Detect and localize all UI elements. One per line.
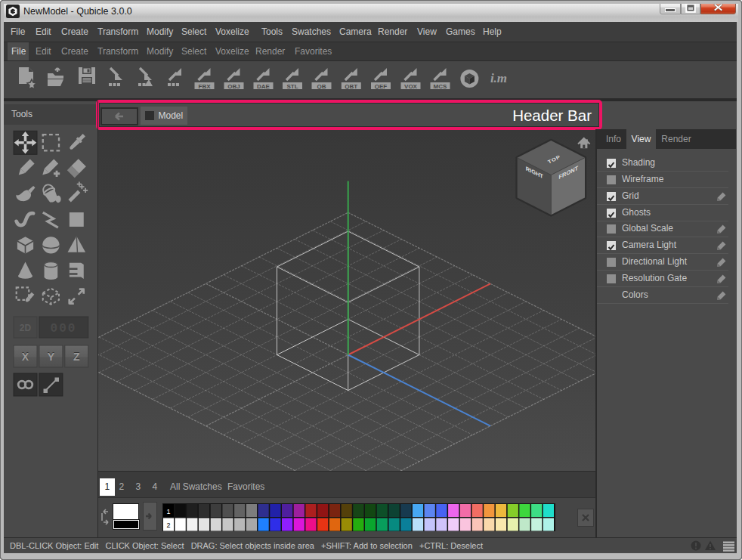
svg-text:FBX: FBX: [199, 83, 212, 90]
svg-text:i.m: i.m: [490, 71, 507, 85]
svg-text:1: 1: [166, 507, 170, 515]
svg-text:QEF: QEF: [375, 83, 388, 90]
svg-text:MCS: MCS: [434, 83, 447, 90]
svg-text:2D: 2D: [20, 323, 32, 333]
svg-text:QB: QB: [317, 83, 326, 90]
svg-text:QBT: QBT: [345, 83, 357, 90]
svg-text:OBJ: OBJ: [227, 83, 240, 90]
svg-text:Z: Z: [73, 351, 80, 363]
svg-text:DAE: DAE: [257, 83, 271, 90]
svg-text:2: 2: [166, 521, 170, 529]
svg-text:X: X: [22, 351, 29, 363]
svg-text:000: 000: [51, 322, 77, 336]
svg-text:STL: STL: [286, 83, 298, 90]
svg-text:VOX: VOX: [404, 83, 418, 90]
svg-text:Y: Y: [48, 351, 55, 363]
